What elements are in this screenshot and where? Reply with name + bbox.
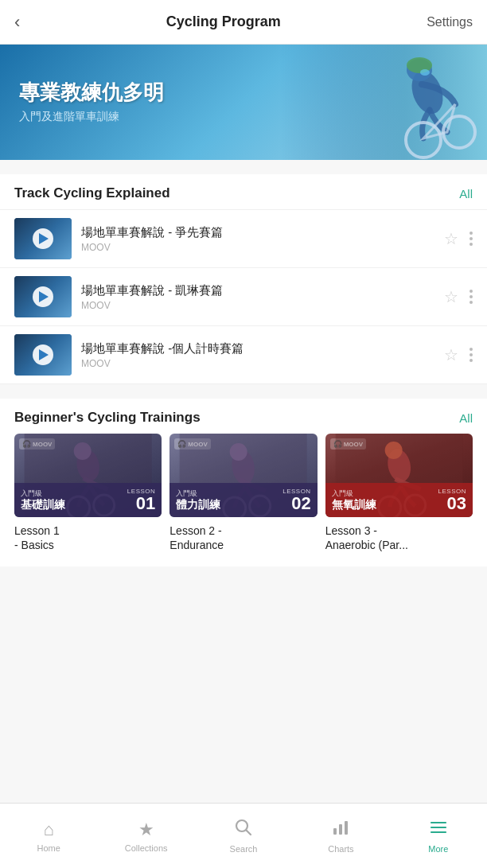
favorite-icon[interactable]: ☆ [444, 345, 458, 364]
overlay-lesson: LESSON 01 [127, 488, 155, 512]
charts-icon [332, 819, 349, 841]
overlay-left: 入門級 無氧訓練 [332, 488, 376, 511]
track-thumbnail[interactable] [14, 218, 72, 259]
settings-button[interactable]: Settings [427, 15, 473, 29]
track-actions: ☆ [444, 345, 473, 364]
play-button[interactable] [33, 286, 53, 307]
lesson-card[interactable]: 🎧 MOOV 入門級 無氧訓練 [325, 434, 473, 552]
lesson-card-label: Lesson 2 -Endurance [169, 524, 317, 552]
nav-collections[interactable]: ★ Collections [97, 804, 194, 868]
more-options-button[interactable] [469, 290, 473, 304]
more-options-button[interactable] [469, 232, 473, 246]
dot-icon [469, 359, 473, 362]
svg-rect-26 [345, 821, 348, 835]
nav-home[interactable]: ⌂ Home [0, 804, 97, 868]
banner-text: 專業教練仇多明 入門及進階單車訓練 [0, 68, 183, 137]
app-header: ‹ Cycling Program Settings [0, 0, 487, 45]
lesson-number: 01 [136, 495, 155, 512]
more-options-button[interactable] [469, 348, 473, 362]
track-info: 場地單車賽解說 -個人計時賽篇 MOOV [72, 341, 444, 370]
lesson-thumbnail: 🎧 MOOV 入門級 無氧訓練 [325, 434, 473, 517]
lesson-grid: 🎧 MOOV 入門級 [0, 434, 487, 552]
track-item: 場地單車賽解說 - 凱琳賽篇 MOOV ☆ [0, 268, 487, 326]
dot-icon [469, 348, 473, 351]
play-button[interactable] [33, 344, 53, 365]
svg-point-19 [384, 442, 402, 459]
lesson-number: 02 [291, 495, 310, 512]
track-source: MOOV [81, 300, 434, 311]
nav-more[interactable]: More [390, 804, 487, 868]
lesson-text: 基礎訓練 [21, 499, 65, 511]
play-button[interactable] [33, 228, 53, 249]
lesson-thumbnail: 🎧 MOOV 入門級 [14, 434, 162, 517]
lesson-overlay: 入門級 無氧訓練 LESSON 03 [325, 483, 473, 517]
banner-title: 專業教練仇多明 [19, 80, 164, 105]
more-icon [430, 819, 447, 841]
beginner-section-title: Beginner's Cycling Trainings [14, 410, 201, 426]
track-title: 場地單車賽解說 -個人計時賽篇 [81, 341, 434, 356]
play-icon [39, 349, 49, 360]
track-item: 場地單車賽解說 -個人計時賽篇 MOOV ☆ [0, 326, 487, 384]
nav-search[interactable]: Search [195, 804, 292, 868]
overlay-left: 入門級 基礎訓練 [21, 488, 65, 511]
svg-rect-25 [339, 824, 342, 835]
track-list: 場地單車賽解說 - 爭先賽篇 MOOV ☆ 場地單車賽解說 [0, 209, 487, 384]
track-cycling-section: Track Cycling Explained All 場地單車賽解說 - 爭先… [0, 174, 487, 384]
track-actions: ☆ [444, 229, 473, 248]
dot-icon [469, 301, 473, 304]
overlay-lesson: LESSON 03 [438, 488, 466, 512]
favorite-icon[interactable]: ☆ [444, 287, 458, 306]
lesson-card-label: Lesson 3 -Anaerobic (Par... [325, 524, 473, 552]
lesson-thumbnail: 🎧 MOOV 入門級 體力訓練 [169, 434, 317, 517]
play-icon [39, 291, 49, 302]
lesson-card-label: Lesson 1- Basics [14, 524, 162, 552]
page-title: Cycling Program [166, 14, 281, 30]
lesson-text: 體力訓練 [176, 499, 220, 511]
track-title: 場地單車賽解說 - 爭先賽篇 [81, 224, 434, 240]
bottom-navigation: ⌂ Home ★ Collections Search Charts [0, 803, 487, 868]
lesson-overlay: 入門級 基礎訓練 LESSON 01 [14, 483, 162, 517]
svg-rect-24 [333, 828, 337, 835]
track-source: MOOV [81, 242, 434, 253]
track-source: MOOV [81, 358, 434, 369]
svg-line-23 [247, 830, 251, 835]
play-icon [39, 233, 49, 244]
overlay-left: 入門級 體力訓練 [176, 488, 220, 511]
dot-icon [469, 243, 473, 246]
nav-more-label: More [428, 844, 448, 854]
dot-icon [469, 295, 473, 298]
lesson-card[interactable]: 🎧 MOOV 入門級 [14, 434, 162, 552]
track-section-title: Track Cycling Explained [14, 185, 170, 201]
track-actions: ☆ [444, 287, 473, 306]
lesson-text: 無氧訓練 [332, 499, 376, 511]
lesson-number: 03 [447, 495, 466, 512]
dot-icon [469, 237, 473, 240]
svg-point-14 [230, 443, 247, 461]
nav-home-label: Home [37, 843, 60, 853]
track-thumbnail[interactable] [14, 334, 72, 376]
track-info: 場地單車賽解說 - 凱琳賽篇 MOOV [72, 282, 444, 312]
svg-point-9 [74, 442, 92, 460]
beginner-section: Beginner's Cycling Trainings All 🎧 MOOV [0, 399, 487, 566]
lesson-card[interactable]: 🎧 MOOV 入門級 體力訓練 [169, 434, 317, 552]
track-section-header: Track Cycling Explained All [0, 174, 487, 209]
home-icon: ⌂ [44, 819, 54, 840]
back-button[interactable]: ‹ [14, 12, 20, 33]
beginner-all-button[interactable]: All [459, 411, 473, 425]
hero-banner: 專業教練仇多明 入門及進階單車訓練 [0, 45, 487, 160]
track-thumbnail[interactable] [14, 276, 72, 317]
search-icon [235, 819, 252, 841]
track-all-button[interactable]: All [459, 187, 473, 200]
beginner-section-header: Beginner's Cycling Trainings All [0, 399, 487, 434]
dot-icon [469, 353, 473, 356]
nav-charts-label: Charts [328, 844, 353, 854]
favorite-icon[interactable]: ☆ [444, 229, 458, 248]
nav-charts[interactable]: Charts [292, 804, 389, 868]
track-title: 場地單車賽解說 - 凱琳賽篇 [81, 282, 434, 298]
dot-icon [469, 290, 473, 293]
lesson-overlay: 入門級 體力訓練 LESSON 02 [169, 483, 317, 517]
banner-subtitle: 入門及進階單車訓練 [19, 110, 164, 124]
overlay-lesson: LESSON 02 [282, 488, 310, 512]
nav-search-label: Search [230, 844, 258, 854]
collections-icon: ★ [138, 819, 154, 840]
